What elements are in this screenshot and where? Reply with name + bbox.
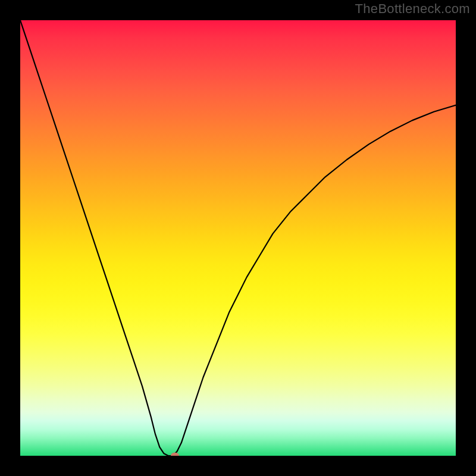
bottleneck-curve (20, 20, 456, 456)
current-point-marker (171, 453, 179, 456)
chart-frame: TheBottleneck.com (0, 0, 476, 476)
watermark-text: TheBottleneck.com (355, 1, 470, 17)
plot-area (20, 20, 456, 456)
